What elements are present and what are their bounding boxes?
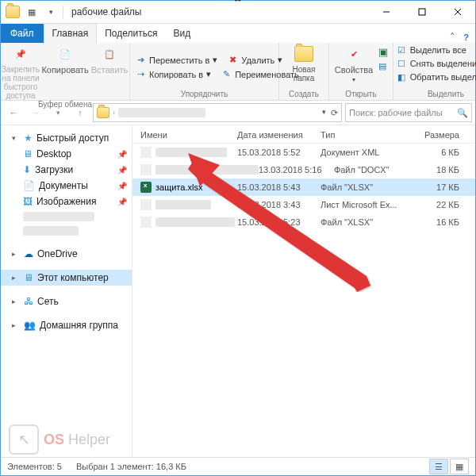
file-row-selected[interactable]: защита.xlsx 15.03.2018 5:43 Файл "XLSX" … [132,178,475,196]
file-type: Файл "DOCX" [334,165,416,175]
paste-icon: 📋 [100,44,119,63]
copy-button[interactable]: 📄 Копировать [45,44,85,75]
copy-to-icon: ⇢ [135,69,146,80]
chevron-right-icon[interactable]: › [113,109,115,117]
invert-selection-button[interactable]: ◧Обратить выделение [396,71,476,83]
column-name[interactable]: Имени [140,130,237,140]
pin-icon: 📌 [11,44,30,63]
file-date: 13.03.2018 5:16 [259,165,334,175]
ribbon-group-open: ✔ Свойства ▾ ▣ ▤ Открыть [329,43,393,100]
separator [63,6,63,18]
qat-item[interactable]: ▦ [25,5,39,19]
filename-blurred [155,217,235,227]
file-size: 16 КБ [412,217,467,227]
file-type: Лист Microsoft Ex... [321,200,412,209]
sidebar-pictures[interactable]: 🖼Изображения📌 [1,194,132,209]
delete-button[interactable]: ✖Удалить ▾ [227,55,282,66]
group-label: Упорядочить [181,90,228,98]
file-date: 15.03.2018 5:23 [237,217,321,227]
sidebar-network[interactable]: ▸🖧Сеть [1,294,132,309]
chevron-right-icon[interactable]: ▸ [12,250,20,258]
search-icon: 🔍 [457,108,468,118]
help-icon[interactable]: ? [463,33,469,42]
navigation-pane[interactable]: ▾★Быстрый доступ 🖥Desktop📌 ⬇Загрузки📌 📄Д… [1,125,132,457]
ribbon-collapse-icon[interactable]: ˄ [450,31,455,43]
sidebar-quick-access[interactable]: ▾★Быстрый доступ [1,130,132,146]
minimize-button[interactable] [368,1,404,23]
search-placeholder: Поиск: рабочие файлы [349,108,443,117]
ribbon: 📌 Закрепить на панели быстрого доступа 📄… [1,43,475,101]
address-dropdown-icon[interactable]: ▾ [322,108,326,118]
icons-view-button[interactable]: ▦ [450,459,469,474]
address-bar[interactable]: › x ▾ ⟳ [93,103,342,122]
pc-icon: 🖥 [24,272,33,283]
back-button[interactable]: ← [4,103,23,122]
pin-icon: 📌 [117,150,127,159]
forward-button[interactable]: → [26,103,45,122]
details-view-button[interactable]: ☰ [429,459,448,474]
properties-button[interactable]: ✔ Свойства ▾ [334,44,374,83]
close-button[interactable] [440,1,475,23]
group-label: Выделить [428,90,464,98]
qat-dropdown-icon[interactable]: ▾ [44,5,58,19]
chevron-down-icon[interactable]: ▾ [12,134,20,142]
folder-icon [97,107,109,118]
delete-icon: ✖ [227,55,238,66]
column-type[interactable]: Тип [321,130,412,140]
chevron-right-icon[interactable]: ▸ [12,274,20,282]
ribbon-group-clipboard: 📌 Закрепить на панели быстрого доступа 📄… [1,43,130,100]
tab-file[interactable]: Файл [1,24,44,43]
file-row[interactable]: 15.03.2018 5:23 Файл "XLSX" 16 КБ [132,213,475,231]
deselect-button[interactable]: ☐Снять выделение [396,58,476,69]
copy-to-button[interactable]: ⇢Копировать в ▾ [135,69,211,80]
tab-share[interactable]: Поделиться [97,24,165,43]
file-type: Документ XML [321,148,412,157]
sidebar-homegroup[interactable]: ▸👥Домашняя группа [1,317,132,333]
sidebar-desktop[interactable]: 🖥Desktop📌 [1,146,132,162]
refresh-icon[interactable]: ⟳ [331,108,338,118]
select-all-button[interactable]: ☑Выделить все [396,44,476,56]
recent-dropdown-icon[interactable]: ▾ [48,103,67,122]
window-title: рабочие файлы [71,6,141,17]
filename-blurred [155,165,259,175]
search-input[interactable]: Поиск: рабочие файлы 🔍 [345,103,472,122]
file-row[interactable]: 13.03.2018 5:16 Файл "DOCX" 18 КБ [132,161,475,178]
sidebar-item-blurred[interactable]: x [1,209,132,224]
paste-button[interactable]: 📋 Вставить [90,44,129,75]
filename-blurred [155,148,227,157]
sidebar-item-blurred[interactable]: x [1,224,132,238]
path-segment-blurred: x [118,108,205,117]
deselect-icon: ☐ [396,58,407,69]
file-icon [140,164,152,175]
maximize-button[interactable] [404,1,440,23]
move-to-button[interactable]: ➔Переместить в ▾ [135,55,217,66]
filename-blurred [155,200,211,209]
status-bar: Элементов: 5 Выбран 1 элемент: 16,3 КБ ☰… [1,457,475,475]
properties-icon: ✔ [344,44,363,63]
column-size[interactable]: Размера [412,130,467,140]
edit-icon[interactable]: ▤ [378,61,388,71]
open-icon[interactable]: ▣ [378,46,388,58]
up-button[interactable]: ↑ [71,103,90,122]
sidebar-onedrive[interactable]: ▸☁OneDrive [1,246,132,262]
pin-icon: 📌 [117,198,127,206]
address-bar-row: ← → ▾ ↑ › x ▾ ⟳ Поиск: рабочие файлы 🔍 [1,101,475,125]
file-row[interactable]: 15.03.2018 3:43 Лист Microsoft Ex... 22 … [132,196,475,213]
sidebar-documents[interactable]: 📄Документы📌 [1,178,132,194]
sidebar-this-pc[interactable]: ▸🖥Этот компьютер [1,270,132,286]
pin-icon: 📌 [117,182,127,190]
file-row[interactable]: 15.03.2018 5:52 Документ XML 6 КБ [132,144,475,161]
pin-quick-access-button[interactable]: 📌 Закрепить на панели быстрого доступа [1,44,40,100]
new-folder-button[interactable]: Новая папка [284,44,324,83]
column-headers[interactable]: Имени Дата изменения Тип Размера [132,125,475,144]
chevron-right-icon[interactable]: ▸ [12,321,20,329]
desktop-icon: 🖥 [23,148,33,159]
chevron-right-icon[interactable]: ▸ [12,298,20,305]
column-date[interactable]: Дата изменения [237,130,321,140]
sidebar-downloads[interactable]: ⬇Загрузки📌 [1,162,132,178]
tab-view[interactable]: Вид [165,24,198,43]
new-folder-icon [294,44,313,63]
tab-home[interactable]: Главная [44,23,98,44]
file-date: 15.03.2018 5:43 [237,182,321,192]
pin-icon: 📌 [117,166,127,175]
